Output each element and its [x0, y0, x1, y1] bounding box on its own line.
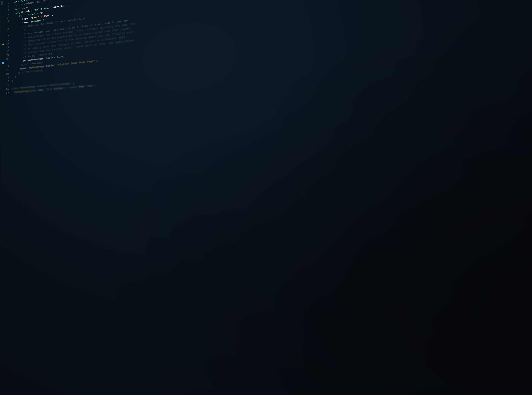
gutter-marker-slot[interactable]: [1, 26, 5, 27]
token-punct: ,: [97, 59, 99, 62]
token-kw: super: [70, 85, 77, 89]
gutter-marker-slot[interactable]: [1, 60, 5, 60]
token-punct: :: [66, 86, 70, 89]
token-kw: extends: [37, 84, 49, 88]
token-punct: ,: [52, 14, 53, 16]
modified-marker-icon[interactable]: [2, 44, 4, 45]
line-number: 31: [5, 91, 11, 95]
token-type: Key: [32, 89, 38, 92]
code-editor[interactable]: 67class MyApp extends StatelessWidget {8…: [0, 0, 532, 395]
token-punct: :: [28, 17, 31, 20]
token-punct: .: [52, 88, 54, 91]
gutter-marker-slot[interactable]: [1, 22, 5, 23]
gutter-marker-slot[interactable]: [1, 0, 5, 1]
token-punct: :: [28, 21, 31, 24]
token-paren: ): [64, 4, 67, 7]
token-paren2: ): [20, 64, 22, 66]
line-number: 29: [5, 83, 11, 88]
token-punct: ;: [94, 84, 96, 87]
token-paren2: (: [77, 85, 79, 88]
token-paren2: ): [17, 71, 19, 74]
token-paren: (: [29, 90, 31, 93]
gutter-marker-slot[interactable]: [1, 19, 5, 19]
token-kw: this: [46, 88, 52, 91]
token-type: Colors: [46, 56, 55, 60]
gutter-marker-slot[interactable]: [1, 79, 5, 79]
token-punct: ;: [19, 71, 22, 74]
token-cmt: //: [23, 29, 26, 32]
token-named: title: [46, 64, 54, 68]
token-punct: .: [55, 56, 57, 59]
token-punct: :: [26, 67, 29, 70]
token-brace: {: [73, 82, 74, 85]
token-paren3: (: [44, 65, 46, 68]
gutter-marker-slot[interactable]: [1, 34, 5, 34]
token-ident: key: [87, 84, 92, 88]
token-paren: (: [32, 9, 34, 12]
gutter-marker-slot[interactable]: [1, 49, 5, 49]
token-punct: ,: [43, 88, 46, 91]
token-named: title: [54, 87, 61, 90]
token-prop: blue: [57, 55, 63, 59]
token-named: key: [79, 85, 84, 88]
current-line-indicator: [1, 1, 3, 5]
token-punct: :: [54, 64, 57, 67]
token-paren3: ): [95, 59, 97, 62]
gutter-marker-slot[interactable]: [1, 41, 5, 42]
gutter-marker-slot[interactable]: [1, 11, 5, 12]
token-paren2: (: [44, 11, 46, 14]
gutter-marker-slot[interactable]: [1, 82, 5, 83]
gutter-marker-slot[interactable]: [1, 37, 5, 38]
token-punct: ,: [63, 55, 65, 58]
gutter-marker-slot[interactable]: [1, 52, 5, 53]
gutter-marker-slot[interactable]: [1, 62, 5, 64]
gutter-marker-slot[interactable]: [1, 67, 5, 68]
gutter-marker-slot[interactable]: [1, 75, 5, 75]
token-named: theme: [20, 21, 28, 25]
token-named: title: [20, 17, 28, 21]
token-brace: {: [31, 89, 32, 92]
token-named: home: [20, 67, 26, 70]
line-number: 28: [5, 79, 12, 84]
token-brace: }: [61, 87, 63, 90]
token-paren2: (: [44, 19, 46, 22]
gutter-marker-slot[interactable]: [1, 90, 5, 90]
token-kw: class: [11, 87, 20, 90]
token-punct: :: [43, 57, 46, 60]
token-punct: :: [84, 85, 87, 88]
token-brace: }: [11, 80, 13, 82]
gutter-marker-slot[interactable]: [1, 30, 5, 31]
token-brace: {: [67, 4, 69, 7]
gutter-marker-slot[interactable]: [1, 56, 5, 57]
info-marker-icon[interactable]: [2, 62, 4, 64]
gutter-marker-slot[interactable]: [1, 71, 5, 71]
line-number: 30: [5, 87, 11, 91]
gutter-marker-slot[interactable]: [1, 43, 5, 45]
gutter-marker-slot[interactable]: [1, 8, 5, 8]
token-paren2: ): [92, 84, 94, 87]
line-number: 27: [5, 76, 12, 80]
gutter-marker-slot[interactable]: [1, 15, 5, 16]
token-punct: ,: [22, 63, 25, 66]
gutter-marker-slot[interactable]: [1, 86, 5, 87]
token-fn: build: [25, 9, 32, 13]
token-param: key: [38, 88, 43, 92]
token-brace: }: [15, 76, 16, 78]
token-paren: ): [63, 87, 66, 90]
token-fn: MyHomePage: [14, 90, 29, 94]
gutter-marker-slot[interactable]: [0, 94, 5, 94]
